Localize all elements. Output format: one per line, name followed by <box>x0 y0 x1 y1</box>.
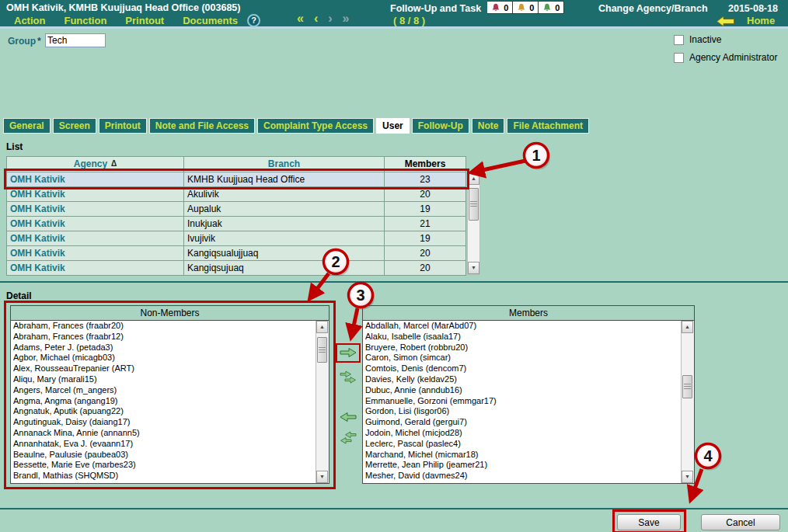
move-all-left-button[interactable] <box>340 431 357 444</box>
list-item[interactable]: Dubuc, Annie (anndub16) <box>363 385 680 396</box>
list-item[interactable]: Angers, Marcel (m_angers) <box>11 385 315 396</box>
scroll-up-button[interactable]: ▲ <box>468 172 479 185</box>
table-row[interactable]: OMH Kativik Ivujivik 19 <box>7 231 465 245</box>
list-item[interactable]: Alex, RousseauTrepanier (ART) <box>11 363 315 374</box>
non-members-scrollbar[interactable]: ▲ ▼ <box>316 321 329 483</box>
scrollbar-thumb[interactable] <box>682 375 692 398</box>
notification-counter[interactable]: 0 <box>487 1 513 14</box>
table-row[interactable]: OMH Kativik KMHB Kuujjuaq Head Office 23 <box>7 172 465 186</box>
list-item[interactable]: Aliqu, Mary (marali15) <box>11 374 315 385</box>
list-item[interactable]: Agbor, Michael (micagb03) <box>11 353 315 363</box>
list-item[interactable]: Brandl, Mathias (SHQMSD) <box>11 471 315 482</box>
list-item[interactable]: Mesher, David (davmes24) <box>363 471 680 482</box>
help-icon[interactable]: ? <box>247 14 260 27</box>
list-item[interactable]: Leclerc, Pascal (paslec4) <box>363 439 680 450</box>
cancel-button[interactable]: Cancel <box>701 514 780 530</box>
nav-arrow-button[interactable]: › <box>328 12 332 26</box>
column-header-members[interactable]: Members <box>385 157 465 172</box>
list-item[interactable]: Marchand, Michel (micmar18) <box>363 450 680 461</box>
menu-item[interactable]: Function <box>64 15 106 26</box>
notification-counter[interactable]: 0 <box>513 1 539 14</box>
menu-bar: ActionFunctionPrintoutDocuments <box>14 15 238 26</box>
list-item[interactable]: Guimond, Gerald (gergui7) <box>363 417 680 428</box>
list-item[interactable]: Gordon, Lisi (lisgor06) <box>363 406 680 417</box>
table-row[interactable]: OMH Kativik Akulivik 20 <box>7 187 465 201</box>
scroll-up-button[interactable]: ▲ <box>682 321 693 333</box>
table-row[interactable]: OMH Kativik Aupaluk 19 <box>7 202 465 216</box>
scrollbar-thumb[interactable] <box>469 188 479 221</box>
tab[interactable]: Screen <box>53 118 96 134</box>
list-item[interactable]: Bessette, Marie Eve (marbes23) <box>11 460 315 471</box>
callout-number-3: 3 <box>356 287 364 304</box>
footer-divider <box>0 508 788 509</box>
list-item[interactable]: Annanhatak, Eva J. (evaann17) <box>11 439 315 450</box>
list-item[interactable]: Caron, Simon (simcar) <box>363 353 680 363</box>
table-scrollbar[interactable]: ▲ ▼ <box>467 172 480 275</box>
menu-item[interactable]: Documents <box>183 15 238 26</box>
tab[interactable]: Follow-Up <box>412 118 469 134</box>
column-header-agency[interactable]: AgencyΔ <box>7 157 183 172</box>
list-item[interactable]: Annanack Mina, Annie (annann5) <box>11 428 315 439</box>
nav-arrow-button[interactable]: ‹ <box>314 12 318 26</box>
double-arrow-left-icon <box>340 431 357 444</box>
list-item[interactable]: Angnatuk, Aputik (apuang22) <box>11 406 315 417</box>
list-item[interactable]: Alaku, Isabelle (isaala17) <box>363 332 680 342</box>
section-divider <box>0 281 788 283</box>
scrollbar-thumb[interactable] <box>317 337 327 363</box>
checkbox[interactable] <box>674 35 684 45</box>
list-item[interactable]: Emmanuelle, Gorzoni (emmgar17) <box>363 396 680 407</box>
checkbox-group: Inactive Agency Administrator <box>674 34 777 70</box>
tab[interactable]: User <box>376 118 410 134</box>
tab[interactable]: Note <box>472 118 505 134</box>
list-item[interactable]: Parsons, Cindy (cinpar24) <box>363 482 680 483</box>
tab[interactable]: Printout <box>99 118 147 134</box>
scroll-down-button[interactable]: ▼ <box>468 262 479 274</box>
list-item[interactable]: Adams, Peter J. (petada3) <box>11 342 315 353</box>
list-item[interactable]: Brien, Jean (jeabri20) <box>11 482 315 483</box>
column-header-branch[interactable]: Branch <box>184 157 384 172</box>
move-right-button[interactable] <box>340 347 357 358</box>
table-row[interactable]: OMH Kativik Kangiqsualujjuaq 20 <box>7 246 465 260</box>
menu-item[interactable]: Printout <box>125 15 164 26</box>
list-item[interactable]: Angma, Angma (angang19) <box>11 396 315 407</box>
save-button[interactable]: Save <box>617 514 681 530</box>
list-item[interactable]: Davies, Kelly (keldav25) <box>363 374 680 385</box>
change-agency-branch-link[interactable]: Change Agency/Branch <box>598 3 708 14</box>
list-item[interactable]: Comtois, Denis (dencom7) <box>363 363 680 374</box>
list-item[interactable]: Bruyere, Robert (robbru20) <box>363 342 680 353</box>
bell-icon <box>491 3 500 12</box>
table-row[interactable]: OMH Kativik Kangiqsujuaq 20 <box>7 261 465 275</box>
members-listbox[interactable]: ▲ ▼ Abdallah, Marcel (MarAbd07)Alaku, Is… <box>363 321 694 483</box>
list-item[interactable]: Abraham, Frances (fraabr12) <box>11 332 315 342</box>
home-link[interactable]: Home <box>747 15 775 26</box>
list-item[interactable]: Jodoin, Michel (micjod28) <box>363 428 680 439</box>
move-all-right-button[interactable] <box>340 370 357 384</box>
checkbox[interactable] <box>674 53 684 63</box>
tab[interactable]: Note and File Access <box>149 118 255 134</box>
list-item[interactable]: Angutinguak, Daisy (daiang17) <box>11 417 315 428</box>
back-arrow-icon[interactable] <box>717 16 734 29</box>
nav-arrow-button[interactable]: » <box>343 12 350 26</box>
current-date: 2015-08-18 <box>728 3 778 14</box>
group-input[interactable] <box>45 33 106 47</box>
screen: OMH Kativik, KMHB Kuujjuaq Head Office (… <box>0 0 788 532</box>
move-left-button[interactable] <box>340 412 357 422</box>
list-item[interactable]: Abdallah, Marcel (MarAbd07) <box>363 321 680 332</box>
notification-counter[interactable]: 0 <box>539 1 564 14</box>
callout-circle-4 <box>696 444 720 468</box>
members-scrollbar[interactable]: ▲ ▼ <box>681 321 694 483</box>
tab[interactable]: General <box>3 118 51 134</box>
tab[interactable]: Complaint Type Access <box>257 118 374 134</box>
nav-arrow-button[interactable]: « <box>297 12 304 26</box>
table-row[interactable]: OMH Kativik Inukjuak 21 <box>7 217 465 231</box>
menu-item[interactable]: Action <box>14 15 45 26</box>
list-item[interactable]: Merrette, Jean Philip (jeamer21) <box>363 460 680 471</box>
scroll-up-button[interactable]: ▲ <box>316 321 328 333</box>
non-members-listbox[interactable]: ▲ ▼ Abraham, Frances (fraabr20)Abraham, … <box>11 321 329 483</box>
members-panel: Members ▲ ▼ Abdallah, Marcel (MarAbd07)A… <box>362 305 695 484</box>
list-item[interactable]: Abraham, Frances (fraabr20) <box>11 321 315 332</box>
tab[interactable]: File Attachment <box>507 118 589 134</box>
scroll-down-button[interactable]: ▼ <box>682 471 693 483</box>
list-item[interactable]: Beaulne, Paulusie (paubea03) <box>11 450 315 461</box>
scroll-down-button[interactable]: ▼ <box>316 471 328 483</box>
